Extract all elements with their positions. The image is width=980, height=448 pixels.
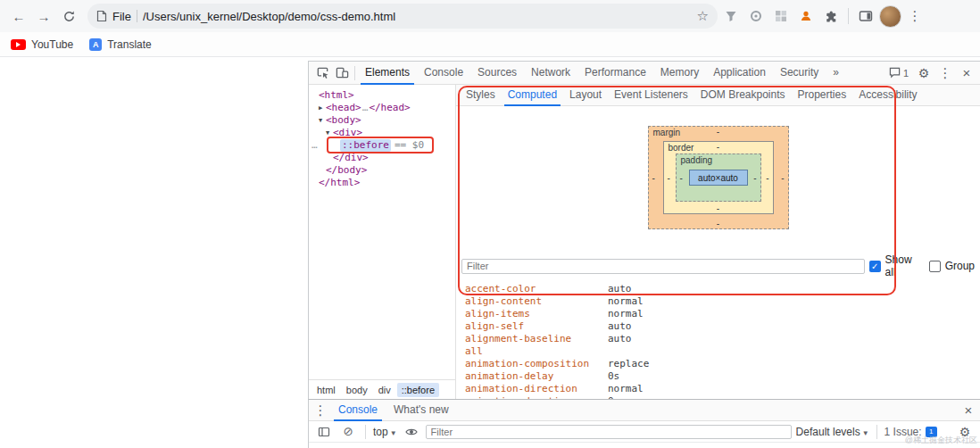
devtools-menu-icon[interactable]: ⋮	[935, 63, 955, 83]
tab-network[interactable]: Network	[524, 62, 577, 85]
box-model-padding[interactable]: padding - - auto×auto	[676, 153, 761, 202]
clear-console-icon[interactable]: ⊘	[338, 422, 358, 442]
console-toolbar: ⊘ top▼ Default levels▼ 1 Issue: 1 ⚙	[309, 421, 980, 443]
inspect-element-icon[interactable]	[312, 63, 332, 83]
log-levels-dropdown[interactable]: Default levels▼	[796, 426, 869, 438]
bookmark-label: YouTube	[31, 38, 73, 51]
issues-counter-button[interactable]: 1	[885, 67, 912, 79]
back-button[interactable]: ←	[7, 4, 30, 28]
translate-icon: A	[89, 38, 102, 51]
collapsed-content-ellipsis[interactable]: …	[361, 102, 370, 114]
toolbar-divider	[365, 425, 366, 439]
collapse-arrow-icon[interactable]: ▼	[319, 114, 326, 127]
bookmark-youtube[interactable]: YouTube	[11, 38, 73, 51]
devtools-toolbar: Elements Console Sources Network Perform…	[309, 62, 980, 85]
dom-tree: <html> ▶<head>…</head> ▼<body> ▼<div> … …	[309, 85, 455, 379]
bookmark-translate[interactable]: A Translate	[89, 38, 152, 51]
breadcrumb-html[interactable]: html	[312, 383, 340, 397]
breadcrumb-div[interactable]: div	[374, 383, 395, 397]
tab-application[interactable]: Application	[706, 62, 773, 85]
grid-extension-icon[interactable]	[769, 4, 793, 28]
tab-memory[interactable]: Memory	[653, 62, 706, 85]
box-model-content[interactable]: auto×auto	[689, 170, 748, 186]
toolbar-divider	[876, 425, 877, 439]
omnibox-divider	[137, 10, 137, 22]
property-row[interactable]: animation-directionnormal	[456, 383, 980, 395]
device-toolbar-icon[interactable]	[332, 63, 352, 83]
dom-node-before-pseudo[interactable]: … ::before == $0	[309, 139, 455, 152]
group-checkbox[interactable]	[929, 261, 941, 272]
tab-elements[interactable]: Elements	[358, 62, 417, 85]
file-page-icon	[96, 10, 107, 22]
side-panel-icon[interactable]	[854, 4, 877, 28]
breadcrumb-before[interactable]: ::before	[397, 383, 439, 397]
devtools-close-icon[interactable]: ×	[957, 63, 976, 83]
address-bar[interactable]: File /Users/unix_kernel/Desktop/demo/css…	[87, 4, 718, 29]
tab-event-listeners[interactable]: Event Listeners	[608, 85, 694, 106]
dom-node-head[interactable]: ▶<head>…</head>	[309, 102, 455, 114]
chevron-down-icon: ▼	[862, 429, 869, 437]
computed-filter-row: ✓ Show all Group	[456, 253, 980, 278]
breadcrumb-body[interactable]: body	[342, 383, 372, 397]
youtube-icon	[11, 39, 26, 50]
property-row[interactable]: animation-compositionreplace	[456, 358, 980, 370]
browser-menu-icon[interactable]: ⋮	[903, 4, 926, 28]
tab-layout[interactable]: Layout	[563, 85, 608, 106]
drawer-menu-icon[interactable]: ⋮	[311, 401, 330, 420]
toolbar-divider	[848, 8, 849, 24]
dom-node-body-close[interactable]: </body>	[309, 164, 455, 177]
property-row[interactable]: alignment-baselineauto	[456, 333, 980, 345]
property-row[interactable]: all	[456, 345, 980, 358]
tab-performance[interactable]: Performance	[577, 62, 653, 85]
property-name: animation-delay	[456, 370, 608, 383]
url-text[interactable]: /Users/unix_kernel/Desktop/demo/css-demo…	[143, 10, 692, 23]
selected-pseudo-element[interactable]: ::before	[340, 139, 391, 152]
console-filter-input[interactable]	[426, 425, 792, 439]
filter-extension-icon[interactable]	[719, 4, 743, 28]
dom-node-div-close[interactable]: </div>	[309, 152, 455, 164]
property-name: align-content	[456, 295, 608, 308]
tab-accessibility[interactable]: Accessibility	[852, 85, 923, 106]
tab-styles[interactable]: Styles	[460, 85, 502, 106]
more-tabs-button[interactable]: »	[826, 62, 846, 85]
expand-arrow-icon[interactable]: ▶	[319, 102, 326, 114]
dom-node-body-open[interactable]: ▼<body>	[309, 114, 455, 127]
live-expression-eye-icon[interactable]	[402, 422, 421, 442]
dom-node-html-open[interactable]: <html>	[309, 89, 455, 102]
collapse-arrow-icon[interactable]: ▼	[326, 127, 333, 139]
drawer-tab-whats-new[interactable]: What's new	[386, 400, 457, 421]
tab-sources[interactable]: Sources	[470, 62, 524, 85]
property-value: normal	[608, 308, 644, 320]
show-all-checkbox[interactable]: ✓	[869, 261, 881, 272]
tab-dom-breakpoints[interactable]: DOM Breakpoints	[694, 85, 792, 106]
tab-computed[interactable]: Computed	[502, 85, 563, 106]
profile-avatar[interactable]	[879, 5, 901, 28]
reload-button[interactable]	[57, 4, 80, 28]
bookmark-star-icon[interactable]: ☆	[697, 8, 709, 24]
box-model-border[interactable]: border - - - - padding - - auto×auto	[663, 141, 774, 214]
context-selector[interactable]: top▼	[373, 426, 397, 438]
tab-properties[interactable]: Properties	[792, 85, 853, 106]
property-row[interactable]: animation-delay0s	[456, 370, 980, 383]
styles-sidebar-pane: Styles Computed Layout Event Listeners D…	[456, 85, 980, 399]
tab-security[interactable]: Security	[773, 62, 826, 85]
dom-node-html-close[interactable]: </html>	[309, 177, 455, 189]
dom-node-div-open[interactable]: ▼<div>	[309, 127, 455, 139]
property-row[interactable]: accent-colorauto	[456, 283, 980, 295]
node-options-dots[interactable]: …	[311, 139, 317, 152]
extensions-puzzle-icon[interactable]	[819, 4, 843, 28]
property-row[interactable]: align-selfauto	[456, 320, 980, 333]
computed-filter-input[interactable]	[461, 259, 865, 274]
circle-extension-icon[interactable]	[744, 4, 768, 28]
forward-button[interactable]: →	[32, 4, 55, 28]
drawer-close-icon[interactable]: ×	[959, 401, 978, 420]
property-row[interactable]: align-contentnormal	[456, 295, 980, 308]
drawer-tab-console[interactable]: Console	[330, 400, 386, 421]
tab-console[interactable]: Console	[417, 62, 470, 85]
property-row[interactable]: align-itemsnormal	[456, 308, 980, 320]
devtools-settings-icon[interactable]: ⚙	[914, 63, 934, 83]
person-extension-icon[interactable]	[794, 4, 818, 28]
browser-toolbar: ← → File /Users/unix_kernel/Desktop/demo…	[0, 0, 980, 32]
box-model-margin[interactable]: margin - - - - border - - - - padding -	[648, 126, 789, 229]
console-sidebar-icon[interactable]	[314, 422, 334, 442]
